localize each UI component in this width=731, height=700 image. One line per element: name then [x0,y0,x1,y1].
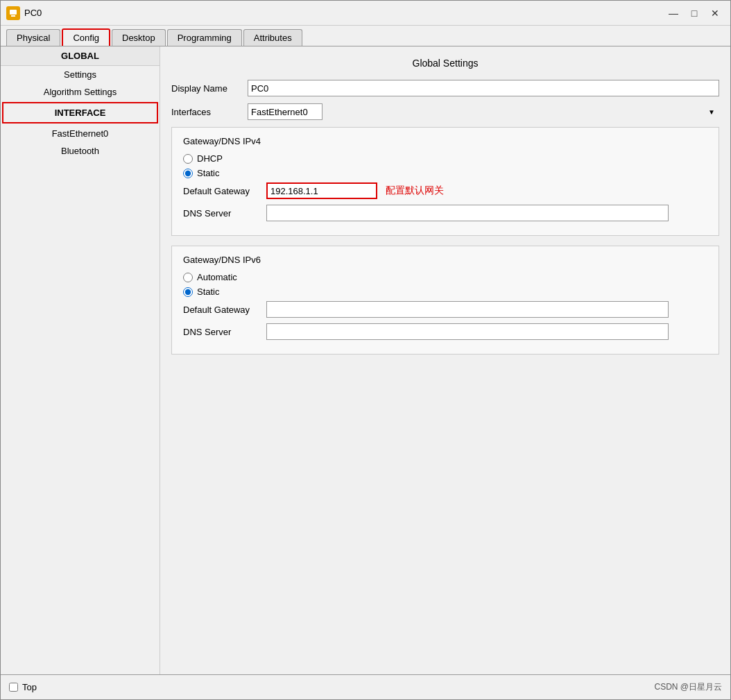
bottom-bar: Top CSDN @日星月云 [1,674,730,699]
ipv6-automatic-radio[interactable] [183,273,193,282]
svg-rect-1 [10,10,17,15]
interfaces-label: Interfaces [171,107,248,117]
ipv4-static-label: Static [197,168,220,178]
ipv6-section-title: Gateway/DNS IPv6 [183,255,707,265]
interfaces-select-wrapper: FastEthernet0 [248,103,719,120]
ipv4-dns-input[interactable] [266,205,669,221]
sidebar-interface-header: INTERFACE [2,102,158,123]
tab-physical[interactable]: Physical [6,29,60,46]
svg-rect-2 [11,15,15,17]
interfaces-select[interactable]: FastEthernet0 [248,103,322,120]
sidebar-global-header: GLOBAL [1,46,160,66]
ipv4-gateway-label: Default Gateway [183,186,266,196]
bottom-credit: CSDN @日星月云 [654,681,722,693]
ipv6-automatic-label: Automatic [197,272,237,282]
tab-config[interactable]: Config [62,28,110,46]
sidebar-item-bluetooth[interactable]: Bluetooth [1,142,160,160]
display-name-input[interactable] [248,80,719,96]
ipv4-gateway-row: Default Gateway 配置默认网关 [183,182,707,199]
ipv6-automatic-row: Automatic [183,272,707,282]
content-title: Global Settings [171,58,719,69]
interfaces-row: Interfaces FastEthernet0 [171,103,719,120]
tab-desktop[interactable]: Desktop [112,29,166,46]
content-area: Global Settings Display Name Interfaces … [160,46,730,674]
tab-programming[interactable]: Programming [167,29,242,46]
app-icon [6,6,20,20]
main-window: PC0 — □ ✕ Physical Config Desktop Progra… [0,0,731,700]
ipv6-gateway-row: Default Gateway [183,301,707,318]
ipv4-static-row: Static [183,168,707,178]
ipv4-gateway-input[interactable] [266,182,377,199]
ipv4-dhcp-radio[interactable] [183,154,193,164]
sidebar-item-settings[interactable]: Settings [1,66,160,83]
display-name-row: Display Name [171,80,719,96]
ipv4-section: Gateway/DNS IPv4 DHCP Static Default Gat… [171,127,719,236]
minimize-button[interactable]: — [664,5,683,22]
close-button[interactable]: ✕ [705,5,725,22]
tab-bar: Physical Config Desktop Programming Attr… [1,26,730,46]
sidebar-item-fastethernet0[interactable]: FastEthernet0 [1,125,160,142]
ipv4-dhcp-label: DHCP [197,153,223,164]
ipv6-static-row: Static [183,287,707,297]
ipv6-section: Gateway/DNS IPv6 Automatic Static Defaul… [171,246,719,355]
top-label: Top [22,682,37,692]
ipv4-dns-row: DNS Server [183,205,707,221]
title-bar: PC0 — □ ✕ [1,1,730,26]
main-content: GLOBAL Settings Algorithm Settings INTER… [1,46,730,674]
ipv4-dhcp-row: DHCP [183,153,707,164]
window-title: PC0 [24,8,664,18]
ipv4-gateway-hint: 配置默认网关 [386,185,444,197]
ipv6-dns-label: DNS Server [183,327,266,337]
tab-attributes[interactable]: Attributes [243,29,302,46]
window-controls: — □ ✕ [664,5,725,22]
display-name-label: Display Name [171,83,248,94]
ipv6-static-radio[interactable] [183,287,193,297]
ipv4-static-radio[interactable] [183,169,193,178]
ipv6-dns-input[interactable] [266,323,669,340]
maximize-button[interactable]: □ [685,5,704,22]
ipv6-gateway-input[interactable] [266,301,669,318]
top-checkbox-row: Top [9,682,37,692]
ipv6-gateway-label: Default Gateway [183,305,266,315]
ipv4-dns-label: DNS Server [183,208,266,219]
ipv4-section-title: Gateway/DNS IPv4 [183,136,707,146]
top-checkbox[interactable] [9,683,18,692]
ipv6-dns-row: DNS Server [183,323,707,340]
sidebar-scroll[interactable]: GLOBAL Settings Algorithm Settings INTER… [1,46,160,674]
ipv6-static-label: Static [197,287,220,297]
sidebar-item-algorithm-settings[interactable]: Algorithm Settings [1,83,160,101]
sidebar: GLOBAL Settings Algorithm Settings INTER… [1,46,160,674]
